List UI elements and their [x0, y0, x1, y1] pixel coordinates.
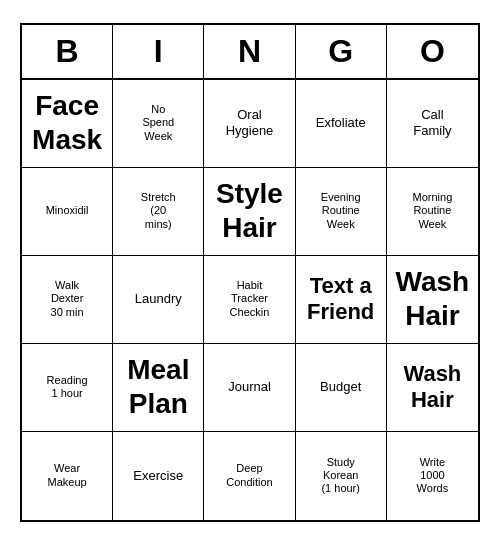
cell-text: Exfoliate: [300, 115, 382, 131]
bingo-cell: Laundry: [113, 256, 204, 344]
cell-text: WearMakeup: [26, 462, 108, 488]
bingo-cell: StyleHair: [204, 168, 295, 256]
bingo-cell: Budget: [296, 344, 387, 432]
bingo-cell: Write1000Words: [387, 432, 478, 520]
cell-text: WashHair: [391, 265, 474, 332]
bingo-cell: CallFamily: [387, 80, 478, 168]
cell-text: DeepCondition: [208, 462, 290, 488]
cell-text: StyleHair: [208, 177, 290, 244]
cell-text: WalkDexter30 min: [26, 279, 108, 319]
cell-text: Laundry: [117, 291, 199, 307]
bingo-cell: WashHair: [387, 344, 478, 432]
cell-text: Write1000Words: [391, 456, 474, 496]
cell-text: OralHygiene: [208, 107, 290, 138]
cell-text: StudyKorean(1 hour): [300, 456, 382, 496]
header-letter: O: [387, 25, 478, 78]
bingo-cell: DeepCondition: [204, 432, 295, 520]
cell-text: EveningRoutineWeek: [300, 191, 382, 231]
cell-text: Stretch(20mins): [117, 191, 199, 231]
cell-text: FaceMask: [26, 89, 108, 156]
cell-text: WashHair: [391, 361, 474, 414]
cell-text: MealPlan: [117, 353, 199, 420]
cell-text: CallFamily: [391, 107, 474, 138]
header-letter: B: [22, 25, 113, 78]
bingo-cell: Stretch(20mins): [113, 168, 204, 256]
bingo-cell: Journal: [204, 344, 295, 432]
cell-text: Text aFriend: [300, 273, 382, 326]
bingo-card: BINGO FaceMaskNoSpendWeekOralHygieneExfo…: [20, 23, 480, 522]
bingo-cell: WearMakeup: [22, 432, 113, 520]
cell-text: Reading1 hour: [26, 374, 108, 400]
cell-text: HabitTrackerCheckin: [208, 279, 290, 319]
header-letter: I: [113, 25, 204, 78]
cell-text: Budget: [300, 379, 382, 395]
bingo-grid: FaceMaskNoSpendWeekOralHygieneExfoliateC…: [22, 80, 478, 520]
cell-text: Exercise: [117, 468, 199, 484]
header-letter: N: [204, 25, 295, 78]
bingo-cell: WashHair: [387, 256, 478, 344]
bingo-cell: Minoxidil: [22, 168, 113, 256]
bingo-cell: WalkDexter30 min: [22, 256, 113, 344]
bingo-header: BINGO: [22, 25, 478, 80]
bingo-cell: Exercise: [113, 432, 204, 520]
bingo-cell: EveningRoutineWeek: [296, 168, 387, 256]
cell-text: MorningRoutineWeek: [391, 191, 474, 231]
cell-text: Journal: [208, 379, 290, 395]
bingo-cell: Text aFriend: [296, 256, 387, 344]
bingo-cell: StudyKorean(1 hour): [296, 432, 387, 520]
bingo-cell: Exfoliate: [296, 80, 387, 168]
header-letter: G: [296, 25, 387, 78]
bingo-cell: FaceMask: [22, 80, 113, 168]
bingo-cell: MorningRoutineWeek: [387, 168, 478, 256]
bingo-cell: MealPlan: [113, 344, 204, 432]
bingo-cell: HabitTrackerCheckin: [204, 256, 295, 344]
cell-text: Minoxidil: [26, 204, 108, 217]
bingo-cell: NoSpendWeek: [113, 80, 204, 168]
bingo-cell: Reading1 hour: [22, 344, 113, 432]
bingo-cell: OralHygiene: [204, 80, 295, 168]
cell-text: NoSpendWeek: [117, 103, 199, 143]
